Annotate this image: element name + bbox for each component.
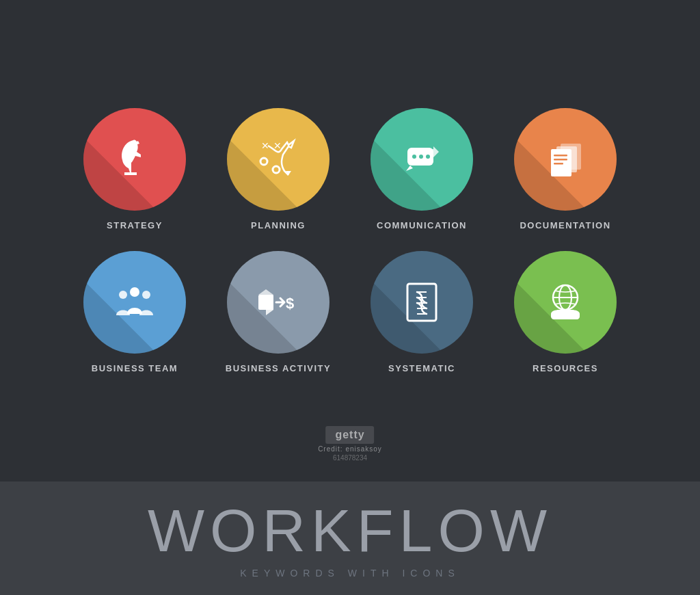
business-activity-circle: $	[227, 251, 329, 354]
svg-text:$: $	[286, 295, 294, 312]
communication-circle	[371, 108, 473, 211]
svg-rect-13	[554, 159, 567, 161]
systematic-item: SYSTEMATIC	[357, 251, 487, 373]
business-team-circle	[83, 251, 186, 354]
communication-label: COMMUNICATION	[377, 220, 467, 230]
resources-icon	[541, 278, 589, 326]
svg-rect-12	[554, 155, 567, 157]
resources-label: RESOURCES	[533, 363, 598, 373]
svg-point-8	[426, 155, 430, 159]
svg-point-2	[260, 158, 267, 165]
business-activity-icon: $	[254, 278, 302, 326]
communication-item: COMMUNICATION	[357, 108, 487, 230]
planning-label: PLANNING	[251, 220, 306, 230]
svg-point-6	[412, 155, 416, 159]
icons-grid: STRATEGY ✕ ✕	[70, 108, 630, 373]
svg-rect-14	[554, 163, 563, 165]
documentation-item: DOCUMENTATION	[500, 108, 630, 230]
svg-point-17	[142, 291, 150, 299]
business-team-label: BUSINESS TEAM	[92, 363, 178, 373]
strategy-circle	[83, 108, 186, 211]
business-team-item: BUSINESS TEAM	[70, 251, 200, 373]
strategy-label: STRATEGY	[107, 220, 163, 230]
workflow-title: WORKFLOW	[148, 501, 552, 561]
documentation-label: DOCUMENTATION	[520, 220, 610, 230]
keywords-subtitle: KEYWORDS WITH ICONS	[240, 568, 460, 579]
business-activity-item: $ BUSINESS ACTIVITY	[213, 251, 343, 373]
business-team-icon	[111, 278, 159, 326]
systematic-label: SYSTEMATIC	[388, 363, 455, 373]
main-content: STRATEGY ✕ ✕	[0, 0, 700, 481]
communication-icon	[398, 135, 446, 183]
strategy-item: STRATEGY	[70, 108, 200, 230]
svg-point-7	[419, 155, 423, 159]
svg-point-15	[130, 287, 139, 297]
strategy-icon	[111, 135, 159, 183]
documentation-circle	[514, 108, 617, 211]
systematic-icon	[398, 278, 446, 326]
svg-point-16	[119, 291, 127, 299]
resources-circle	[514, 251, 617, 354]
bottom-section: WORKFLOW KEYWORDS WITH ICONS	[0, 481, 700, 595]
documentation-icon	[541, 135, 589, 183]
page-wrapper: STRATEGY ✕ ✕	[0, 0, 700, 595]
svg-point-3	[273, 166, 280, 173]
resources-item: RESOURCES	[500, 251, 630, 373]
business-activity-label: BUSINESS ACTIVITY	[226, 363, 331, 373]
planning-circle: ✕ ✕	[227, 108, 329, 211]
planning-icon: ✕ ✕	[254, 135, 302, 183]
systematic-circle	[371, 251, 473, 354]
planning-item: ✕ ✕ PLANNING	[213, 108, 343, 230]
